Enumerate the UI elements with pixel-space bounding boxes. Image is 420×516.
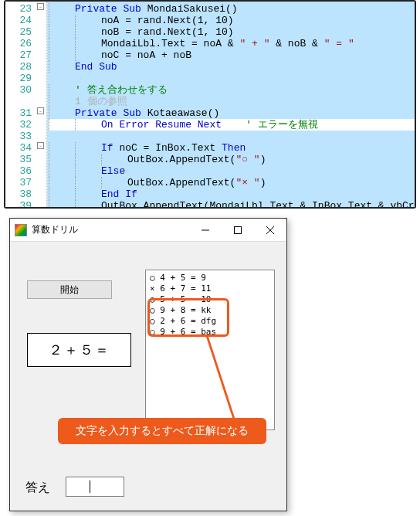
code-line[interactable]: End Sub [49,61,415,73]
line-number: 39 [5,200,32,209]
fold-toggle-icon[interactable]: - [37,142,44,149]
code-line[interactable]: On Error Resume Next ' エラーを無視 [49,119,415,131]
fold-cell[interactable]: - [35,106,46,117]
line-number: 35 [5,154,32,165]
code-area[interactable]: Private Sub MondaiSakusei()noA = rand.Ne… [47,2,415,207]
app-icon [15,224,27,236]
line-number: 33 [5,131,32,142]
answer-input[interactable] [66,477,124,497]
code-line[interactable]: End If [49,188,415,200]
line-number: 30 [5,84,32,96]
line-number: 32 [5,119,32,131]
svg-rect-1 [235,226,242,233]
line-number: 28 [5,61,32,73]
start-button[interactable]: 開始 [27,280,112,299]
line-number: 31 [5,107,32,119]
answer-label: 答え [25,480,50,496]
line-number: 27 [5,49,32,61]
code-line[interactable]: Private Sub MondaiSakusei() [49,3,415,15]
code-line[interactable]: Private Sub Kotaeawase() [49,107,415,119]
line-number: 36 [5,165,32,177]
line-number: 38 [5,188,32,200]
close-icon [266,226,274,234]
fold-cell [35,129,46,141]
code-line[interactable]: noA = rand.Next(1, 10) [49,15,415,26]
fold-cell [35,187,46,199]
minimize-icon [202,226,209,234]
code-line[interactable]: noB = rand.Next(1, 10) [49,26,415,38]
line-number: 25 [5,26,32,38]
line-number: 34 [5,142,32,154]
code-line[interactable] [49,131,415,142]
titlebar: 算数ドリル [10,219,286,242]
close-button[interactable] [254,219,286,242]
maximize-button[interactable] [222,219,254,242]
fold-toggle-icon[interactable]: - [37,107,44,114]
code-line[interactable]: Else [49,165,415,177]
window-title: 算数ドリル [32,223,189,236]
code-line[interactable]: OutBox.AppendText("○ ") [49,154,415,165]
fold-cell [35,175,46,187]
annotation-callout: 文字を入力するとすべて正解になる [58,418,266,444]
line-number: 37 [5,177,32,188]
code-line[interactable]: OutBox.AppendText(MondaiLbl.Text & InBox… [49,200,415,207]
fold-cell [35,199,46,209]
line-number: 23 [5,3,32,15]
code-line[interactable]: noC = noA + noB [49,49,415,61]
code-line[interactable]: MondaiLbl.Text = noA & " + " & noB & " =… [49,38,415,49]
line-number [5,96,32,107]
fold-cell [35,117,46,129]
line-number: 26 [5,38,32,49]
fold-cell [35,13,46,25]
question-label: ２＋５＝ [27,333,131,367]
fold-cell [35,152,46,164]
maximize-icon [234,226,242,234]
window-controls [189,219,286,242]
line-number-gutter: 2324252627282930313233343536373839 [5,2,35,207]
code-editor-panel: 2324252627282930313233343536373839 --- P… [4,0,416,209]
fold-cell [35,83,46,94]
fold-cell [35,59,46,71]
client-area: 開始 ２＋５＝ ○ 4 + 5 = 9 × 6 + 7 = 11 ○ 5 + 5… [10,242,286,511]
code-line[interactable]: If noC = InBox.Text Then [49,142,415,154]
fold-cell[interactable]: - [35,141,46,152]
code-line[interactable]: 1 個の参照 [49,96,415,107]
fold-cell [35,25,46,36]
fold-column: --- [35,2,47,207]
app-window: 算数ドリル 開始 ２＋５＝ ○ 4 + 5 = 9 × 6 + 7 = 11 ○… [9,218,287,511]
fold-cell [35,164,46,175]
fold-cell [35,48,46,59]
code-line[interactable]: ' 答え合わせをする [49,84,415,96]
line-number: 29 [5,73,32,84]
text-caret [90,480,90,493]
line-number: 24 [5,15,32,26]
minimize-button[interactable] [189,219,222,242]
fold-cell [35,94,46,106]
fold-cell [35,36,46,48]
fold-cell [35,71,46,83]
fold-toggle-icon[interactable]: - [37,3,44,10]
fold-cell[interactable]: - [35,2,46,13]
code-line[interactable]: OutBox.AppendText("× ") [49,177,415,188]
code-line[interactable] [49,73,415,84]
